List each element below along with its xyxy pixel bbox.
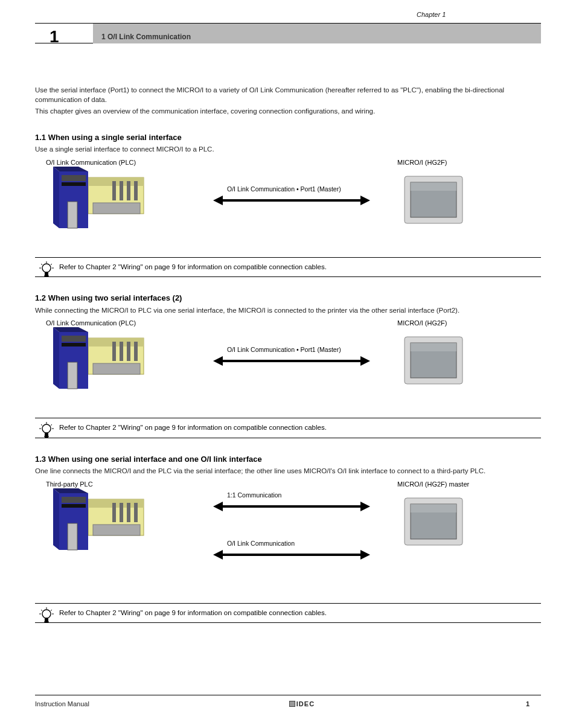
svg-rect-5 bbox=[127, 181, 130, 200]
section-title-3: 1.3 When using one serial interface and … bbox=[35, 454, 541, 465]
chapter-number: 1 bbox=[50, 27, 59, 46]
hmi-label: MICRO/I (HG2F) bbox=[397, 319, 447, 328]
manual-title: Instruction Manual bbox=[35, 700, 89, 707]
svg-rect-52 bbox=[93, 525, 140, 535]
svg-rect-62 bbox=[68, 523, 77, 550]
svg-line-71 bbox=[51, 610, 52, 611]
section-desc-3: One line connects the MICRO/I and the PL… bbox=[35, 467, 541, 476]
svg-rect-67 bbox=[411, 504, 456, 512]
content-area: Use the serial interface (Port1) to conn… bbox=[35, 43, 541, 623]
svg-marker-33 bbox=[53, 327, 88, 332]
logo-square-icon bbox=[289, 701, 295, 707]
svg-rect-28 bbox=[112, 342, 116, 361]
svg-marker-13 bbox=[213, 196, 370, 205]
svg-line-45 bbox=[51, 424, 52, 426]
svg-rect-61 bbox=[62, 504, 86, 508]
svg-rect-30 bbox=[127, 342, 130, 361]
svg-rect-56 bbox=[134, 503, 138, 522]
svg-rect-53 bbox=[112, 503, 116, 522]
hint-text: Refer to Chapter 2 "Wiring" on page 9 fo… bbox=[59, 609, 327, 616]
plc-icon bbox=[53, 327, 150, 397]
hint-box-2: Refer to Chapter 2 "Wiring" on page 9 fo… bbox=[35, 418, 541, 438]
svg-rect-3 bbox=[112, 181, 116, 200]
svg-rect-6 bbox=[134, 181, 138, 200]
lightbulb-icon bbox=[39, 607, 54, 625]
header-left-box bbox=[35, 24, 93, 43]
section-desc-1: Use a single serial interface to connect… bbox=[35, 145, 541, 155]
svg-line-19 bbox=[41, 264, 42, 265]
diagram-2: O/I Link Communication (PLC) O/I Link Co… bbox=[53, 321, 541, 412]
arrow-caption-a: 1:1 Communication bbox=[227, 491, 281, 499]
hmi-label: MICRO/I (HG2F) bbox=[397, 158, 447, 167]
section-title-2: 1.2 When using two serial interfaces (2) bbox=[35, 293, 541, 304]
page-number: 1 bbox=[514, 700, 541, 707]
svg-rect-48 bbox=[45, 433, 48, 438]
svg-rect-11 bbox=[62, 182, 86, 186]
svg-rect-31 bbox=[134, 342, 138, 361]
svg-point-17 bbox=[42, 264, 51, 272]
lightbulb-icon bbox=[39, 261, 54, 279]
intro-p1: Use the serial interface (Port1) to conn… bbox=[35, 86, 541, 104]
svg-rect-37 bbox=[68, 362, 77, 389]
diagram-1: O/I Link Communication (PLC) O/I Link Co… bbox=[53, 161, 541, 251]
plc-label: O/I Link Communication (PLC) bbox=[46, 158, 136, 167]
lightbulb-icon bbox=[39, 422, 54, 440]
svg-rect-55 bbox=[127, 503, 130, 522]
page-footer: Instruction Manual IDEC 1 bbox=[35, 695, 541, 707]
plc-icon bbox=[53, 167, 150, 236]
arrow-caption: O/I Link Communication • Port1 (Master) bbox=[227, 185, 341, 193]
svg-rect-60 bbox=[62, 497, 86, 503]
svg-marker-38 bbox=[213, 356, 370, 366]
arrow-icon-a bbox=[213, 502, 370, 511]
idec-logo: IDEC bbox=[289, 700, 315, 707]
plc-label: Third-party PLC bbox=[46, 480, 93, 489]
plc-icon bbox=[53, 488, 150, 558]
hmi-icon bbox=[403, 336, 464, 388]
svg-line-44 bbox=[41, 424, 42, 426]
arrow-caption: O/I Link Communication • Port1 (Master) bbox=[227, 345, 341, 354]
arrow-caption-b: O/I Link Communication bbox=[227, 539, 295, 548]
svg-rect-35 bbox=[62, 336, 86, 342]
chapter-line: Chapter 1 bbox=[417, 11, 446, 18]
svg-rect-10 bbox=[62, 175, 86, 181]
svg-rect-41 bbox=[411, 343, 456, 351]
hmi-icon bbox=[403, 497, 464, 549]
svg-line-20 bbox=[51, 264, 52, 265]
svg-rect-16 bbox=[411, 182, 456, 191]
hint-text: Refer to Chapter 2 "Wiring" on page 9 fo… bbox=[59, 263, 327, 270]
plc-label: O/I Link Communication (PLC) bbox=[46, 319, 136, 328]
hmi-icon bbox=[403, 175, 464, 228]
svg-rect-23 bbox=[45, 272, 48, 277]
hmi-label: MICRO/I (HG2F) master bbox=[397, 480, 469, 489]
svg-marker-64 bbox=[213, 550, 370, 560]
section-title-1: 1.1 When using a single serial interface bbox=[35, 132, 541, 143]
arrow-icon-b bbox=[213, 550, 370, 560]
arrow-icon bbox=[213, 196, 370, 205]
svg-marker-8 bbox=[53, 167, 88, 171]
intro-p2: This chapter gives an overview of the co… bbox=[35, 107, 541, 117]
arrow-icon bbox=[213, 356, 370, 366]
svg-rect-29 bbox=[120, 342, 123, 361]
svg-marker-58 bbox=[53, 488, 88, 493]
hint-box-3: Refer to Chapter 2 "Wiring" on page 9 fo… bbox=[35, 603, 541, 624]
section-desc-2: While connecting the MICRO/I to PLC via … bbox=[35, 306, 541, 316]
svg-point-42 bbox=[42, 424, 51, 433]
svg-rect-4 bbox=[120, 181, 123, 200]
diagram-3: Third-party PLC 1:1 Communication bbox=[53, 482, 541, 597]
svg-marker-59 bbox=[53, 488, 59, 550]
svg-rect-36 bbox=[62, 343, 86, 346]
banner-subtitle: 1 O/I Link Communication bbox=[101, 33, 191, 41]
hint-text: Refer to Chapter 2 "Wiring" on page 9 fo… bbox=[59, 424, 327, 431]
svg-marker-34 bbox=[53, 327, 59, 389]
svg-marker-9 bbox=[53, 167, 59, 228]
svg-rect-54 bbox=[120, 503, 123, 522]
svg-rect-74 bbox=[45, 618, 48, 623]
hint-box-1: Refer to Chapter 2 "Wiring" on page 9 fo… bbox=[35, 257, 541, 278]
svg-rect-27 bbox=[93, 363, 140, 374]
svg-rect-2 bbox=[93, 203, 140, 214]
svg-point-68 bbox=[42, 610, 51, 618]
svg-line-70 bbox=[41, 610, 42, 611]
svg-rect-12 bbox=[68, 202, 77, 228]
svg-marker-63 bbox=[213, 502, 370, 511]
